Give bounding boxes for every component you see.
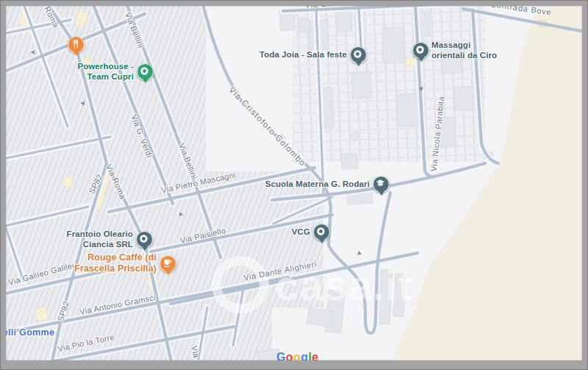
poi-marker-donut[interactable] [136,231,153,248]
poi-marker-restaurant[interactable] [68,36,85,53]
google-logo[interactable]: Google [276,351,319,364]
poi-marker-donut[interactable] [412,42,429,59]
poi-label[interactable]: Frantoio Oleario Ciancia SRL [67,229,133,249]
google-logo-letter: o [286,351,293,363]
poi-label[interactable]: Toda Joia - Sala feste [259,49,347,60]
poi-label[interactable]: Powerhouse - Team Cupri [77,61,134,82]
google-logo-letter: o [293,351,301,363]
google-logo-letter: g [301,351,308,363]
poi-label[interactable]: Massaggi orientali da Ciro [431,40,497,60]
poi-marker-cafe[interactable] [159,255,176,272]
poi-marker-donut[interactable] [313,224,330,241]
poi-marker-gym[interactable] [137,63,154,80]
poi-label[interactable]: Scuola Materna G. Rodari [265,179,370,189]
poi-marker-school[interactable] [373,176,390,193]
google-logo-letter: G [276,351,286,363]
poi-label[interactable]: VCG [292,227,310,237]
poi-label[interactable]: Rouge Caffè (di Frascella Priscilla) [74,252,157,275]
business-label: nelli Gomme [0,327,54,338]
google-logo-letter: e [312,351,318,363]
poi-marker-donut[interactable] [350,46,367,63]
map-embed: casa.it Via RomaVia BelliniVia G. VerdiV… [0,0,588,370]
